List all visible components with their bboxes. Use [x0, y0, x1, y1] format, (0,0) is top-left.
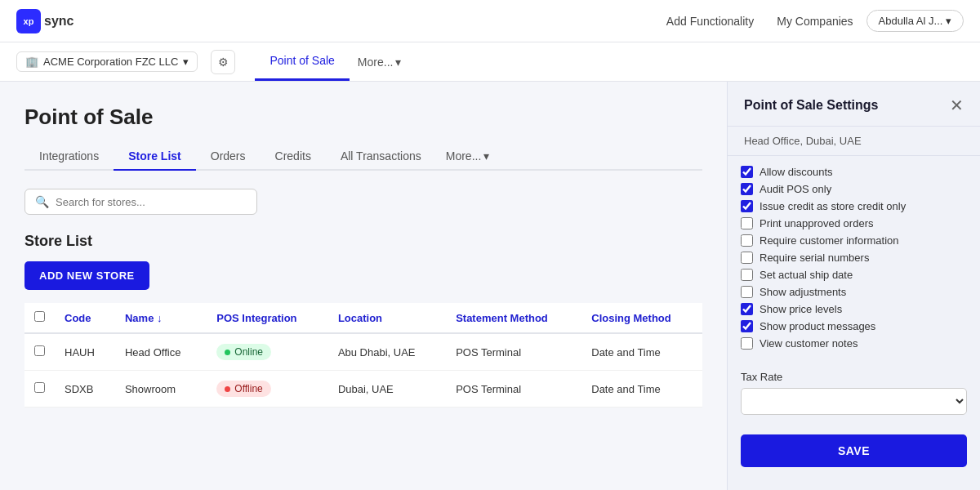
settings-checkbox-label-2: Issue credit as store credit only — [760, 200, 906, 212]
row-location-0: Abu Dhabi, UAE — [328, 333, 446, 371]
row-checkbox-cell-1[interactable] — [24, 371, 55, 408]
logo[interactable]: xp sync — [16, 9, 74, 33]
content-area: Point of Sale Integrations Store List Or… — [0, 82, 727, 490]
col-header-location[interactable]: Location — [328, 303, 446, 333]
company-selector[interactable]: 🏢 ACME Corporation FZC LLC ▾ — [16, 51, 198, 72]
settings-checkbox-label-10: View customer notes — [760, 337, 858, 350]
settings-checkbox-row-10[interactable]: View customer notes — [741, 337, 967, 350]
row-closing-method-0: Date and Time — [581, 333, 702, 371]
row-checkbox-cell-0[interactable] — [24, 333, 55, 371]
row-pos-integration-1: Offline — [207, 371, 328, 408]
search-input[interactable] — [56, 196, 247, 208]
settings-header: Point of Sale Settings ✕ — [728, 82, 980, 127]
tab-all-transactions[interactable]: All Transactions — [326, 143, 436, 171]
settings-checkbox-label-8: Show price levels — [760, 303, 842, 315]
table-header-row: Code Name ↓ POS Integration Location Sta… — [24, 303, 702, 333]
logo-text: sync — [44, 14, 74, 29]
row-checkbox-1[interactable] — [34, 382, 45, 393]
tab-integrations[interactable]: Integrations — [24, 143, 114, 171]
settings-checkbox-4[interactable] — [741, 234, 753, 247]
row-code-0: HAUH — [55, 333, 115, 371]
settings-checkbox-1[interactable] — [741, 183, 753, 195]
subheader: 🏢 ACME Corporation FZC LLC ▾ ⚙ Point of … — [0, 42, 980, 82]
settings-checkbox-label-0: Allow discounts — [760, 166, 833, 178]
col-header-closing-method[interactable]: Closing Method — [581, 303, 702, 333]
col-header-code[interactable]: Code — [55, 303, 115, 333]
tab-store-list[interactable]: Store List — [114, 143, 196, 171]
row-closing-method-1: Date and Time — [581, 371, 702, 408]
settings-checkbox-row-9[interactable]: Show product messages — [741, 320, 967, 332]
sort-icon-name: ↓ — [157, 312, 163, 324]
user-menu-button[interactable]: Abdulla Al J... ▾ — [866, 10, 964, 32]
tab-credits[interactable]: Credits — [261, 143, 326, 171]
tab-orders[interactable]: Orders — [196, 143, 261, 171]
settings-checkbox-3[interactable] — [741, 217, 753, 229]
tax-rate-select[interactable] — [741, 388, 967, 415]
logo-prefix: xp — [24, 16, 34, 26]
tab-more-inner[interactable]: More... ▾ — [436, 143, 500, 169]
company-dropdown-icon: ▾ — [183, 56, 189, 68]
select-all-header[interactable] — [24, 303, 55, 333]
settings-checkbox-row-8[interactable]: Show price levels — [741, 303, 967, 315]
row-statement-method-1: POS Terminal — [446, 371, 581, 408]
settings-checkbox-row-2[interactable]: Issue credit as store credit only — [741, 200, 967, 212]
settings-location: Head Office, Dubai, UAE — [728, 127, 980, 156]
settings-panel: Point of Sale Settings ✕ Head Office, Du… — [727, 82, 980, 490]
settings-checkboxes: Allow discounts Audit POS only Issue cre… — [728, 156, 980, 363]
row-name-1: Showroom — [115, 371, 207, 408]
status-badge-0: Online — [216, 344, 271, 360]
settings-checkbox-0[interactable] — [741, 166, 753, 178]
table-row: SDXB Showroom Offline Dubai, UAE POS Ter… — [24, 371, 702, 408]
settings-checkbox-label-3: Print unapproved orders — [760, 217, 873, 229]
my-companies-link[interactable]: My Companies — [777, 15, 853, 28]
settings-panel-title: Point of Sale Settings — [744, 98, 878, 113]
main-container: Point of Sale Integrations Store List Or… — [0, 82, 980, 490]
col-header-pos-integration[interactable]: POS Integration — [207, 303, 328, 333]
search-bar: 🔍 — [24, 189, 257, 215]
settings-checkbox-6[interactable] — [741, 269, 753, 281]
settings-close-button[interactable]: ✕ — [946, 95, 967, 116]
navbar: xp sync Add Functionality My Companies A… — [0, 0, 980, 42]
row-checkbox-0[interactable] — [34, 345, 45, 356]
company-name: ACME Corporation FZC LLC — [43, 56, 178, 68]
col-header-name[interactable]: Name ↓ — [115, 303, 207, 333]
settings-checkbox-row-3[interactable]: Print unapproved orders — [741, 217, 967, 229]
settings-checkbox-label-4: Require customer information — [760, 234, 899, 247]
save-button[interactable]: SAVE — [741, 434, 967, 467]
select-all-checkbox[interactable] — [34, 311, 45, 322]
settings-checkbox-row-4[interactable]: Require customer information — [741, 234, 967, 247]
page-title: Point of Sale — [24, 105, 702, 130]
settings-gear-button[interactable]: ⚙ — [211, 50, 235, 74]
status-badge-1: Offline — [216, 381, 270, 397]
col-header-statement-method[interactable]: Statement Method — [446, 303, 581, 333]
settings-checkbox-10[interactable] — [741, 337, 753, 350]
add-new-store-button[interactable]: ADD NEW STORE — [24, 261, 149, 290]
status-dot-0 — [225, 350, 230, 355]
table-row: HAUH Head Office Online Abu Dhabi, UAE P… — [24, 333, 702, 371]
store-table: Code Name ↓ POS Integration Location Sta… — [24, 303, 702, 408]
tax-rate-section: Tax Rate — [728, 363, 980, 428]
settings-checkbox-7[interactable] — [741, 286, 753, 298]
settings-checkbox-row-0[interactable]: Allow discounts — [741, 166, 967, 178]
tab-point-of-sale[interactable]: Point of Sale — [255, 42, 349, 81]
settings-checkbox-8[interactable] — [741, 303, 753, 315]
settings-checkbox-row-1[interactable]: Audit POS only — [741, 183, 967, 195]
settings-checkbox-2[interactable] — [741, 200, 753, 212]
more-dropdown-icon: ▾ — [395, 56, 401, 69]
row-pos-integration-0: Online — [207, 333, 328, 371]
settings-checkbox-row-5[interactable]: Require serial numbers — [741, 252, 967, 264]
tab-more[interactable]: More... ▾ — [350, 56, 410, 69]
add-functionality-link[interactable]: Add Functionality — [666, 15, 754, 28]
status-dot-1 — [225, 386, 230, 392]
inner-more-icon: ▾ — [483, 149, 489, 163]
settings-checkbox-row-7[interactable]: Show adjustments — [741, 286, 967, 298]
company-icon: 🏢 — [25, 56, 38, 68]
settings-checkbox-label-7: Show adjustments — [760, 286, 846, 298]
settings-checkbox-label-5: Require serial numbers — [760, 252, 869, 264]
logo-icon: xp — [16, 9, 41, 33]
settings-checkbox-label-9: Show product messages — [760, 320, 875, 332]
settings-checkbox-9[interactable] — [741, 320, 753, 332]
settings-checkbox-row-6[interactable]: Set actual ship date — [741, 269, 967, 281]
tax-rate-label: Tax Rate — [741, 371, 967, 383]
settings-checkbox-5[interactable] — [741, 252, 753, 264]
